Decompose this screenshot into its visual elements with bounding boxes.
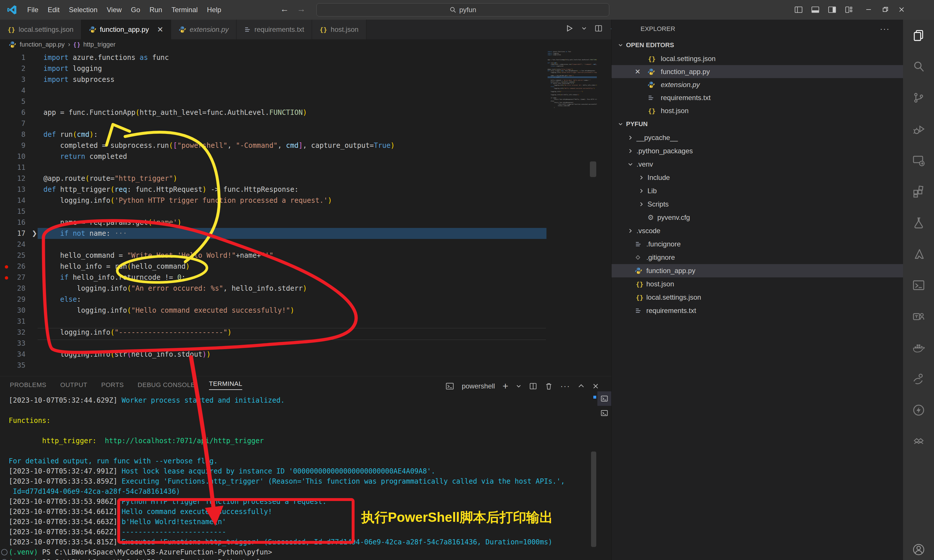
customize-layout-icon[interactable] [844, 5, 854, 14]
thunder-client-icon[interactable] [903, 395, 934, 426]
terminal-session-tab[interactable] [597, 406, 611, 420]
tab-extension.py[interactable]: extension.py [171, 20, 236, 39]
code-line-13[interactable]: 13 def http_trigger(req: func.HttpReques… [0, 184, 611, 195]
shell-label[interactable]: powershell [462, 382, 495, 390]
code-line-30[interactable]: 30 logging.info("Hello command executed … [0, 305, 611, 316]
breakpoint-gutter[interactable] [0, 217, 13, 228]
open-editors-header[interactable]: OPEN EDITORS [612, 38, 903, 52]
breakpoint-gutter[interactable] [0, 338, 13, 349]
close-window-icon[interactable] [897, 5, 906, 14]
tree-item-.vscode[interactable]: .vscode [612, 224, 903, 237]
split-editor-icon[interactable] [595, 24, 603, 32]
breakpoint-gutter[interactable] [0, 184, 13, 195]
code-line-11[interactable]: 11 [0, 162, 611, 173]
azure-icon[interactable] [903, 238, 934, 269]
code-line-12[interactable]: 12 @app.route(route="http_trigger") [0, 173, 611, 184]
terminal-output[interactable]: [2023-10-07T05:32:44.629Z] Worker proces… [0, 395, 596, 560]
terminal-scrollbar[interactable] [591, 452, 596, 547]
breakpoint-gutter[interactable] [0, 85, 13, 96]
code-line-29[interactable]: 29 else: [0, 294, 611, 305]
restore-icon[interactable] [880, 5, 890, 14]
breakpoint-gutter[interactable] [0, 305, 13, 316]
tree-item-local.settings.json[interactable]: {} local.settings.json [612, 291, 903, 304]
breakpoint-icon[interactable]: ● [0, 261, 13, 272]
waves-icon[interactable] [903, 426, 934, 457]
code-line-16[interactable]: 16 name = req.params.get('name') [0, 217, 611, 228]
layout-panel-icon[interactable] [811, 5, 820, 14]
tree-item-requirements.txt[interactable]: requirements.txt [612, 304, 903, 317]
open-editor-function_app.py[interactable]: ✕ function_app.py [612, 65, 903, 78]
menu-help[interactable]: Help [202, 3, 226, 16]
tab-requirements.txt[interactable]: requirements.txt [236, 20, 312, 39]
breakpoint-gutter[interactable] [0, 173, 13, 184]
tree-item-Include[interactable]: Include [612, 171, 903, 184]
panel-tab-ports[interactable]: PORTS [101, 381, 124, 389]
run-debug-icon[interactable] [903, 113, 934, 145]
command-decoration-icon[interactable] [1, 549, 8, 555]
breakpoint-gutter[interactable] [0, 283, 13, 294]
code-line-26[interactable]: ● 26 hello_info = run(hello_command) [0, 261, 611, 272]
run-dropdown-icon[interactable] [581, 25, 587, 31]
code-line-14[interactable]: 14 logging.info('Python HTTP trigger fun… [0, 195, 611, 206]
breakpoint-gutter[interactable] [0, 162, 13, 173]
code-line-1[interactable]: 1 import azure.functions as func [0, 52, 611, 63]
breakpoint-gutter[interactable] [0, 294, 13, 305]
powershell-icon[interactable] [903, 269, 934, 301]
maximize-panel-icon[interactable] [578, 383, 585, 390]
extensions-icon[interactable] [903, 176, 934, 207]
run-python-file-icon[interactable] [565, 24, 574, 33]
open-editor-requirements.txt[interactable]: requirements.txt [612, 91, 903, 104]
tree-item-Lib[interactable]: Lib [612, 184, 903, 198]
tree-item-.venv[interactable]: .venv [612, 158, 903, 171]
live-share-icon[interactable] [903, 363, 934, 395]
testing-icon[interactable] [903, 207, 934, 238]
breakpoint-icon[interactable]: ● [0, 272, 13, 283]
breakpoint-gutter[interactable] [0, 206, 13, 217]
workspace-header[interactable]: PYFUN [612, 117, 903, 131]
open-editor-host.json[interactable]: {} host.json [612, 104, 903, 117]
tree-item-.python_packages[interactable]: .python_packages [612, 144, 903, 158]
tree-item-Scripts[interactable]: Scripts [612, 198, 903, 211]
breakpoint-gutter[interactable] [0, 129, 13, 140]
explorer-more-icon[interactable]: ··· [880, 24, 890, 34]
search-icon[interactable] [903, 51, 934, 82]
tab-host.json[interactable]: {} host.json [312, 20, 367, 39]
terminal-session-tab[interactable] [597, 391, 611, 406]
code-line-5[interactable]: 5 [0, 96, 611, 107]
breakpoint-gutter[interactable] [0, 195, 13, 206]
command-center-search[interactable]: pyfun [316, 3, 609, 17]
tree-item-function_app.py[interactable]: function_app.py [612, 264, 903, 277]
split-terminal-icon[interactable] [529, 382, 537, 390]
code-line-15[interactable]: 15 [0, 206, 611, 217]
breadcrumb-symbol[interactable]: http_trigger [83, 41, 116, 48]
breakpoint-gutter[interactable] [0, 63, 13, 74]
code-line-8[interactable]: 8 def run(cmd): [0, 129, 611, 140]
panel-more-icon[interactable]: ··· [560, 382, 570, 391]
close-icon[interactable]: ✕ [635, 68, 641, 76]
remote-explorer-icon[interactable] [903, 145, 934, 176]
code-line-3[interactable]: 3 import subprocess [0, 74, 611, 85]
terminal-dropdown-icon[interactable] [516, 383, 522, 389]
breakpoint-gutter[interactable] [0, 96, 13, 107]
close-icon[interactable]: ✕ [157, 25, 163, 34]
menu-go[interactable]: Go [126, 3, 145, 16]
kill-terminal-icon[interactable] [545, 382, 553, 390]
explorer-icon[interactable] [903, 20, 934, 51]
code-line-7[interactable]: 7 [0, 118, 611, 129]
menu-edit[interactable]: Edit [43, 3, 64, 16]
code-line-27[interactable]: ● 27 if hello_info.returncode != 0: [0, 272, 611, 283]
layout-secondary-sidebar-icon[interactable] [827, 5, 837, 14]
breakpoint-gutter[interactable] [0, 151, 13, 162]
nav-back-icon[interactable]: ← [280, 4, 289, 14]
panel-tab-terminal[interactable]: TERMINAL [209, 380, 242, 390]
panel-tab-output[interactable]: OUTPUT [60, 381, 87, 389]
breakpoint-gutter[interactable] [0, 327, 13, 338]
menu-run[interactable]: Run [145, 3, 167, 16]
breakpoint-gutter[interactable] [0, 316, 13, 327]
tab-local.settings.json[interactable]: {} local.settings.json [0, 20, 81, 39]
fold-chevron-icon[interactable]: ❯ [25, 228, 43, 239]
tree-item-host.json[interactable]: {} host.json [612, 277, 903, 291]
breakpoint-gutter[interactable] [0, 118, 13, 129]
minimap[interactable]: import azure.functions as funcimport log… [548, 51, 597, 236]
panel-tab-debug-console[interactable]: DEBUG CONSOLE [138, 381, 195, 389]
